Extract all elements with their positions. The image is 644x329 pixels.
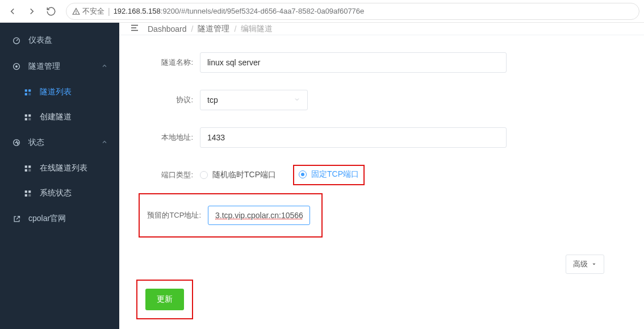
svg-rect-17	[25, 190, 27, 193]
svg-rect-6	[25, 93, 27, 95]
sidebar: 仪表盘 隧道管理 隧道列表 创建隧道	[0, 23, 119, 329]
label-reserved-tcp: 预留的TCP地址:	[143, 210, 201, 220]
chevron-up-icon	[101, 138, 108, 147]
update-button[interactable]: 更新	[145, 289, 184, 310]
crumb-tunnels[interactable]: 隧道管理	[198, 24, 229, 34]
grid-icon	[23, 188, 33, 198]
row-reserved-tcp: 预留的TCP地址: 3.tcp.vip.cpolar.cn:10566	[139, 195, 621, 238]
sidebar-label: 系统状态	[40, 188, 72, 198]
radio-label: 固定TCP端口	[311, 169, 359, 180]
chevron-up-icon	[101, 62, 108, 71]
sidebar-item-tunnel-list[interactable]: 隧道列表	[0, 80, 119, 105]
update-label: 更新	[157, 294, 173, 303]
svg-rect-16	[28, 169, 31, 172]
main-content: Dashboard / 隧道管理 / 编辑隧道 隧道名称: 协议: tcp	[119, 23, 644, 329]
label-protocol: 协议:	[142, 95, 193, 105]
external-link-icon	[11, 214, 22, 224]
addr-divider: |	[108, 7, 110, 16]
chevron-down-icon	[294, 95, 300, 105]
row-tunnel-name: 隧道名称:	[142, 52, 621, 73]
sidebar-label: 隧道管理	[28, 61, 60, 72]
sidebar-label: cpolar官网	[28, 214, 66, 224]
radio-random-port[interactable]: 随机临时TCP端口	[200, 170, 276, 180]
protocol-value: tcp	[207, 95, 218, 105]
label-port-type: 端口类型:	[142, 170, 193, 180]
row-port-type: 端口类型: 随机临时TCP端口 固定TCP端口	[142, 165, 621, 185]
svg-rect-19	[25, 194, 27, 197]
radio-circle-icon	[200, 171, 208, 179]
sidebar-label: 仪表盘	[28, 35, 52, 45]
svg-rect-5	[28, 89, 31, 91]
caret-down-icon	[591, 260, 597, 269]
browser-bar: 不安全 | 192.168.5.158:9200/#/tunnels/edit/…	[0, 0, 644, 23]
svg-rect-7	[28, 93, 31, 95]
radio-fixed-port[interactable]: 固定TCP端口	[299, 169, 359, 180]
svg-point-3	[16, 66, 18, 68]
svg-rect-13	[25, 165, 27, 168]
menu-toggle-icon[interactable]	[129, 23, 140, 35]
tunnel-icon	[11, 61, 22, 72]
crumb-sep: /	[191, 24, 194, 34]
svg-rect-4	[25, 89, 27, 91]
local-address-input[interactable]	[200, 127, 507, 148]
svg-rect-14	[28, 165, 31, 168]
security-label: 不安全	[82, 6, 104, 16]
svg-rect-10	[25, 118, 27, 120]
app-shell: 仪表盘 隧道管理 隧道列表 创建隧道	[0, 23, 644, 329]
sidebar-item-status[interactable]: 状态	[0, 130, 119, 156]
highlight-box-reserved-tcp: 预留的TCP地址: 3.tcp.vip.cpolar.cn:10566	[139, 193, 323, 238]
crumb-dashboard[interactable]: Dashboard	[148, 24, 187, 34]
edit-tunnel-form: 隧道名称: 协议: tcp 本地地址: 端口类型:	[119, 35, 644, 329]
header-row: Dashboard / 隧道管理 / 编辑隧道	[119, 23, 644, 35]
reserved-tcp-value: 3.tcp.vip.cpolar.cn:10566	[215, 211, 303, 220]
svg-rect-20	[28, 194, 31, 197]
sidebar-label: 创建隧道	[40, 112, 72, 122]
row-local-address: 本地地址:	[142, 127, 621, 148]
highlight-box-submit: 更新	[136, 280, 193, 319]
security-warning-icon: 不安全	[72, 6, 104, 16]
radio-label: 随机临时TCP端口	[212, 170, 276, 180]
svg-rect-9	[28, 114, 31, 116]
address-bar[interactable]: 不安全 | 192.168.5.158:9200/#/tunnels/edit/…	[66, 3, 639, 20]
sidebar-item-cpolar-site[interactable]: cpolar官网	[0, 206, 119, 232]
label-tunnel-name: 隧道名称:	[142, 57, 193, 68]
row-submit: 更新	[142, 280, 621, 319]
sidebar-label: 隧道列表	[40, 87, 72, 97]
dashboard-icon	[11, 35, 22, 45]
list-icon	[23, 87, 33, 97]
radio-circle-icon	[299, 170, 307, 178]
reload-button[interactable]	[43, 3, 59, 19]
sidebar-item-dashboard[interactable]: 仪表盘	[0, 27, 119, 53]
svg-point-1	[14, 38, 20, 44]
label-local-address: 本地地址:	[142, 132, 193, 143]
crumb-sep: /	[234, 24, 236, 34]
sidebar-item-system-status[interactable]: 系统状态	[0, 181, 119, 206]
status-icon	[11, 138, 22, 148]
advanced-label: 高级	[573, 259, 588, 269]
svg-rect-15	[25, 169, 27, 172]
back-button[interactable]	[5, 3, 20, 19]
row-advanced: 高级	[142, 255, 621, 274]
grid-icon	[23, 112, 33, 122]
advanced-button[interactable]: 高级	[566, 255, 604, 274]
row-protocol: 协议: tcp	[142, 90, 621, 110]
svg-rect-8	[25, 114, 27, 116]
address-url: 192.168.5.158:9200/#/tunnels/edit/95ef53…	[114, 7, 365, 15]
breadcrumb: Dashboard / 隧道管理 / 编辑隧道	[148, 24, 273, 34]
sidebar-item-tunnel-create[interactable]: 创建隧道	[0, 105, 119, 130]
sidebar-item-online-list[interactable]: 在线隧道列表	[0, 156, 119, 181]
svg-rect-11	[28, 118, 31, 120]
forward-button[interactable]	[24, 3, 40, 19]
svg-rect-18	[28, 190, 31, 193]
svg-point-0	[76, 13, 77, 14]
tunnel-name-input[interactable]	[200, 52, 507, 73]
sidebar-label: 在线隧道列表	[40, 163, 87, 173]
port-type-radios: 随机临时TCP端口 固定TCP端口	[200, 165, 365, 185]
sidebar-label: 状态	[28, 138, 44, 148]
highlight-box-fixed-port: 固定TCP端口	[293, 165, 365, 185]
protocol-select[interactable]: tcp	[200, 90, 308, 110]
reserved-tcp-input[interactable]: 3.tcp.vip.cpolar.cn:10566	[208, 206, 310, 225]
crumb-current: 编辑隧道	[241, 24, 273, 34]
grid-icon	[23, 163, 33, 173]
sidebar-item-tunnels[interactable]: 隧道管理	[0, 53, 119, 80]
